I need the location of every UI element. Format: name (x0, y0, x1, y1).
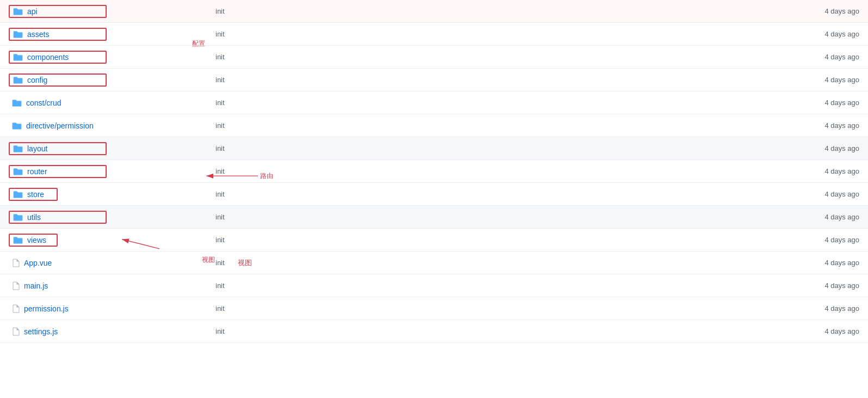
folder-icon-views (13, 236, 23, 244)
file-name-app-vue[interactable]: App.vue (24, 259, 52, 267)
file-row-api: api init 4 days ago (0, 0, 868, 23)
folder-icon-layout (13, 144, 23, 153)
folder-icon-utils (13, 213, 23, 222)
file-row-store: store init 4 days ago (0, 183, 868, 206)
cell-name-assets: assets (9, 28, 216, 41)
folder-name-router[interactable]: router (27, 167, 47, 176)
commit-directive-permission: init (216, 121, 789, 130)
cell-name-layout: layout (9, 142, 216, 155)
commit-utils: init (216, 213, 789, 221)
folder-name-const-crud[interactable]: const/crud (26, 99, 61, 107)
cell-name-store: store (9, 188, 216, 201)
file-list: 调用后端接口 配置 布局 路由 工具类 视图 api (0, 0, 868, 343)
commit-main-js: init (216, 281, 789, 290)
folder-name-api[interactable]: api (27, 7, 38, 16)
name-box-api: api (9, 5, 107, 18)
folder-icon-components (13, 53, 23, 62)
folder-icon-api (13, 7, 23, 16)
file-row-components: components init 4 days ago (0, 46, 868, 69)
cell-name-utils: utils (9, 211, 216, 224)
name-box-assets: assets (9, 28, 107, 41)
file-row-assets: assets init 4 days ago (0, 23, 868, 46)
commit-api: init (216, 7, 789, 15)
file-icon-main-js (12, 281, 20, 290)
folder-icon-const-crud (12, 99, 22, 107)
name-plain-const-crud: const/crud (9, 97, 65, 108)
file-name-settings-js[interactable]: settings.js (24, 327, 58, 336)
folder-name-components[interactable]: components (27, 53, 69, 62)
commit-layout: init (216, 144, 789, 152)
name-box-utils: utils (9, 211, 107, 224)
commit-permission-js: init (216, 304, 789, 313)
time-settings-js: 4 days ago (789, 327, 859, 335)
commit-store: init (216, 190, 789, 198)
folder-name-views[interactable]: views (27, 236, 46, 244)
time-store: 4 days ago (789, 190, 859, 198)
file-icon-settings-js (12, 327, 20, 336)
name-box-store: store (9, 188, 58, 201)
cell-name-router: router (9, 165, 216, 178)
commit-assets: init (216, 30, 789, 38)
time-main-js: 4 days ago (789, 281, 859, 290)
folder-icon-store (13, 190, 23, 199)
folder-icon-router (13, 167, 23, 176)
file-row-settings-js: settings.js init 4 days ago (0, 320, 868, 343)
file-name-main-js[interactable]: main.js (24, 281, 48, 290)
commit-config: init (216, 76, 789, 84)
file-name-permission-js[interactable]: permission.js (24, 304, 69, 313)
folder-name-config[interactable]: config (27, 76, 47, 84)
name-box-views: views (9, 234, 58, 247)
annotation-views-label: 视图 (238, 258, 252, 268)
page-container: 调用后端接口 配置 布局 路由 工具类 视图 api (0, 0, 868, 398)
cell-name-permission-js: permission.js (9, 303, 216, 314)
name-plain-settings-js: settings.js (9, 326, 61, 337)
name-plain-permission-js: permission.js (9, 303, 72, 314)
time-utils: 4 days ago (789, 213, 859, 221)
time-assets: 4 days ago (789, 30, 859, 38)
time-const-crud: 4 days ago (789, 99, 859, 107)
file-row-app-vue: App.vue init 视图 4 days ago (0, 252, 868, 274)
file-row-router: router init 4 days ago (0, 160, 868, 183)
name-plain-app-vue: App.vue (9, 258, 55, 268)
commit-views: init (216, 236, 789, 244)
time-router: 4 days ago (789, 167, 859, 175)
time-components: 4 days ago (789, 53, 859, 61)
cell-name-components: components (9, 51, 216, 64)
time-views: 4 days ago (789, 236, 859, 244)
folder-name-assets[interactable]: assets (27, 30, 49, 39)
folder-name-directive-permission[interactable]: directive/permission (26, 121, 94, 130)
time-directive-permission: 4 days ago (789, 121, 859, 130)
file-row-directive-permission: directive/permission init 4 days ago (0, 114, 868, 137)
file-row-main-js: main.js init 4 days ago (0, 274, 868, 297)
commit-router: init (216, 167, 789, 175)
name-box-layout: layout (9, 142, 107, 155)
name-box-config: config (9, 74, 107, 87)
cell-name-settings-js: settings.js (9, 326, 216, 337)
folder-icon-config (13, 76, 23, 84)
folder-name-store[interactable]: store (27, 190, 44, 199)
commit-const-crud: init (216, 99, 789, 107)
file-row-config: config init 4 days ago (0, 69, 868, 91)
commit-settings-js: init (216, 327, 789, 335)
cell-name-const-crud: const/crud (9, 97, 216, 108)
file-row-views: views init 4 days ago (0, 229, 868, 252)
time-config: 4 days ago (789, 76, 859, 84)
time-app-vue: 4 days ago (789, 259, 859, 267)
file-icon-app-vue (12, 259, 20, 267)
folder-name-utils[interactable]: utils (27, 213, 41, 222)
folder-name-layout[interactable]: layout (27, 144, 47, 153)
cell-name-api: api (9, 5, 216, 18)
cell-name-main-js: main.js (9, 280, 216, 291)
time-permission-js: 4 days ago (789, 304, 859, 313)
file-row-const-crud: const/crud init 4 days ago (0, 91, 868, 114)
time-layout: 4 days ago (789, 144, 859, 152)
commit-components: init (216, 53, 789, 61)
name-box-components: components (9, 51, 107, 64)
cell-name-config: config (9, 74, 216, 87)
cell-name-app-vue: App.vue (9, 258, 216, 268)
file-row-utils: utils init 4 days ago (0, 206, 868, 229)
cell-name-views: views (9, 234, 216, 247)
name-plain-directive-permission: directive/permission (9, 120, 97, 131)
time-api: 4 days ago (789, 7, 859, 15)
folder-icon-assets (13, 30, 23, 39)
